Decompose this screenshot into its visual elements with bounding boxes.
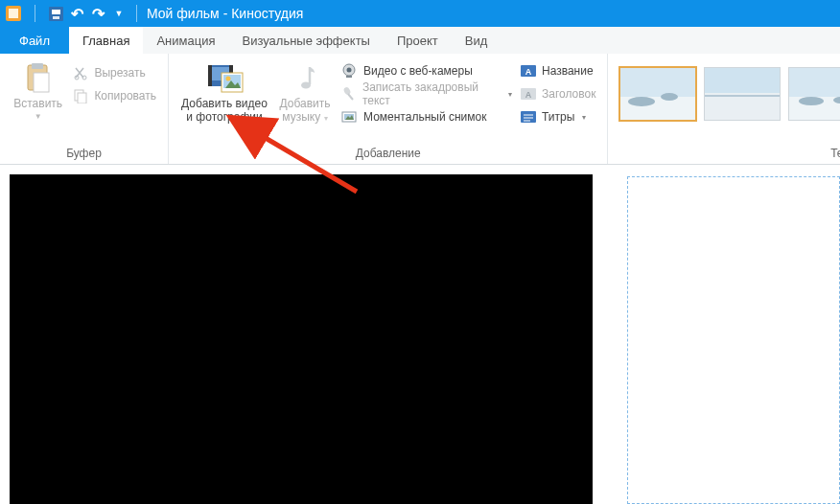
tab-view[interactable]: Вид: [452, 27, 502, 54]
svg-point-18: [226, 77, 231, 81]
svg-rect-14: [208, 65, 212, 86]
group-themes: Темы а: [608, 54, 840, 164]
narration-button[interactable]: Записать закадровый текст: [338, 82, 516, 105]
undo-icon[interactable]: ↶: [67, 4, 86, 23]
title-icon: A: [520, 62, 537, 80]
paste-label: Вставить: [13, 97, 62, 110]
svg-point-21: [347, 68, 352, 73]
cut-icon: [72, 64, 89, 81]
svg-rect-11: [78, 93, 86, 103]
heading-label: Заголовок: [542, 87, 595, 101]
webcam-icon: [341, 62, 359, 80]
group-add: Добавить видео и фотографии Добавить муз…: [169, 54, 608, 164]
group-add-label: Добавление: [169, 144, 607, 164]
quick-access-toolbar: ↶ ↷ ▼: [0, 4, 143, 23]
add-music-label-2: музыку: [282, 110, 320, 124]
window-title: Мой фильм - Киностудия: [143, 6, 303, 21]
credits-label: Титры: [542, 110, 574, 124]
theme-thumb-3[interactable]: [788, 67, 840, 121]
add-media-button[interactable]: Добавить видео и фотографии: [176, 57, 272, 144]
timeline-pane: [602, 165, 840, 504]
workspace: [0, 165, 840, 504]
copy-icon: [72, 87, 89, 104]
divider: [136, 5, 137, 22]
svg-rect-4: [53, 16, 59, 19]
svg-rect-7: [34, 73, 49, 92]
add-media-icon: [208, 61, 241, 94]
group-clipboard-label: Буфер: [0, 144, 168, 164]
copy-button[interactable]: Копировать: [68, 84, 160, 107]
redo-icon[interactable]: ↷: [88, 4, 107, 23]
svg-rect-6: [32, 63, 43, 69]
svg-point-23: [343, 86, 352, 96]
copy-label: Копировать: [94, 89, 156, 103]
add-music-label-1: Добавить: [279, 97, 330, 110]
group-clipboard: Вставить ▼ Вырезать Копировать Буфер: [0, 54, 169, 164]
group-themes-label: Темы а: [608, 144, 840, 164]
cut-label: Вырезать: [94, 66, 145, 80]
titlebar: ↶ ↷ ▼ Мой фильм - Киностудия: [0, 0, 840, 27]
divider: [25, 4, 44, 23]
snapshot-label: Моментальный снимок: [363, 110, 486, 124]
credits-button[interactable]: Титры: [516, 105, 599, 128]
heading-button[interactable]: A Заголовок: [516, 82, 599, 105]
svg-rect-1: [9, 9, 18, 18]
svg-line-24: [348, 94, 353, 100]
svg-text:A: A: [525, 90, 532, 100]
tab-home[interactable]: Главная: [69, 27, 143, 54]
cut-button[interactable]: Вырезать: [68, 61, 160, 84]
tab-project[interactable]: Проект: [384, 27, 452, 54]
paste-button[interactable]: Вставить ▼: [8, 57, 68, 144]
ribbon-tabs: Файл Главная Анимация Визуальные эффекты…: [0, 27, 840, 54]
webcam-label: Видео с веб-камеры: [363, 64, 473, 78]
credits-icon: [520, 108, 537, 126]
svg-rect-3: [52, 10, 60, 14]
music-icon: [289, 61, 321, 94]
svg-text:A: A: [525, 67, 532, 77]
add-music-button[interactable]: Добавить музыку ▾: [272, 57, 338, 144]
app-icon: [4, 4, 23, 23]
save-icon[interactable]: [46, 4, 65, 23]
add-media-label-2: и фотографии: [186, 110, 262, 124]
webcam-button[interactable]: Видео с веб-камеры: [338, 59, 516, 82]
title-label: Название: [542, 64, 594, 78]
paste-icon: [22, 61, 55, 94]
microphone-icon: [341, 85, 358, 103]
tab-animation[interactable]: Анимация: [143, 27, 228, 54]
snapshot-button[interactable]: Моментальный снимок: [338, 105, 516, 128]
tab-file[interactable]: Файл: [0, 27, 69, 54]
ribbon: Вставить ▼ Вырезать Копировать Буфер: [0, 54, 840, 165]
svg-point-19: [301, 82, 311, 89]
add-media-label-1: Добавить видео: [181, 97, 268, 110]
narration-label: Записать закадровый текст: [362, 80, 501, 107]
title-button[interactable]: A Название: [516, 59, 599, 82]
theme-thumb-1[interactable]: [619, 67, 696, 121]
chevron-down-icon: ▾: [324, 114, 328, 123]
heading-icon: A: [520, 85, 537, 103]
chevron-down-icon: ▼: [35, 112, 42, 121]
tab-effects[interactable]: Визуальные эффекты: [228, 27, 383, 54]
svg-rect-22: [346, 76, 352, 78]
theme-thumb-2[interactable]: [704, 67, 781, 121]
qat-dropdown-icon[interactable]: ▼: [109, 4, 128, 23]
timeline-dropzone[interactable]: [627, 176, 840, 504]
preview-pane: [0, 165, 602, 504]
snapshot-icon: [341, 108, 359, 126]
video-preview[interactable]: [10, 174, 593, 504]
